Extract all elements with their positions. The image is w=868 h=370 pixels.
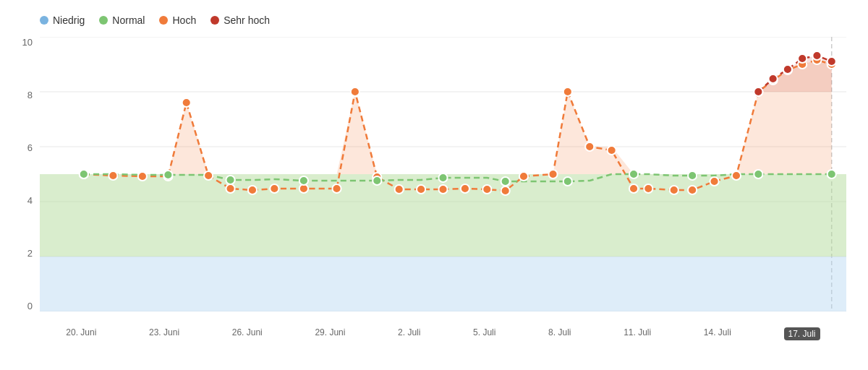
legend-dot-sehr-hoch [210,16,219,25]
svg-point-53 [754,170,762,178]
svg-point-11 [182,98,191,107]
svg-point-56 [769,74,778,83]
legend-label-sehr-hoch: Sehr hoch [224,14,270,26]
chart-wrapper: 10 8 6 4 2 0 [40,37,846,311]
svg-point-21 [417,185,425,194]
svg-point-43 [80,170,88,178]
legend-dot-niedrig [40,16,48,25]
svg-point-44 [163,171,172,179]
svg-point-26 [519,172,528,181]
y-label-8: 8 [7,90,33,100]
svg-point-29 [585,142,594,151]
niedrig-fill [40,257,846,311]
x-label-11jul: 11. Juli [624,327,651,340]
svg-point-15 [270,184,278,193]
y-label-0: 0 [7,301,33,311]
chart-svg [40,37,846,311]
svg-point-13 [226,184,234,193]
svg-point-49 [501,177,510,186]
y-label-2: 2 [7,248,33,259]
svg-point-32 [644,184,652,193]
svg-point-48 [438,173,447,182]
svg-point-27 [548,170,557,178]
legend-dot-hoch [159,16,168,25]
svg-point-28 [563,87,572,96]
legend-label-hoch: Hoch [172,14,196,26]
svg-point-9 [138,172,147,181]
x-axis: 20. Juni 23. Juni 26. Juni 29. Juni 2. J… [40,327,846,340]
x-label-17jul: 17. Juli [784,327,820,340]
x-label-29jun: 29. Juni [315,327,345,340]
svg-point-47 [373,176,381,185]
chart-container: Niedrig Normal Hoch Sehr hoch 10 8 6 4 2… [0,0,868,370]
legend-dot-normal [99,16,108,25]
legend-label-niedrig: Niedrig [53,14,85,26]
svg-point-35 [710,177,718,186]
svg-point-55 [754,87,762,96]
chart-legend: Niedrig Normal Hoch Sehr hoch [40,14,846,26]
y-label-10: 10 [7,37,33,48]
y-label-6: 6 [7,142,33,153]
svg-point-52 [688,171,697,180]
x-label-26jun: 26. Juni [232,327,263,340]
svg-point-57 [783,65,792,74]
legend-item-hoch: Hoch [159,14,196,26]
svg-point-8 [109,171,117,180]
svg-point-17 [332,184,341,193]
svg-point-12 [204,171,213,180]
y-label-4: 4 [7,195,33,206]
svg-point-36 [732,171,741,180]
x-label-5jul: 5. Juli [473,327,495,340]
x-label-20jun: 20. Juni [66,327,96,340]
legend-label-normal: Normal [112,14,145,26]
x-label-23jun: 23. Juni [149,327,179,340]
svg-point-24 [482,185,491,194]
svg-point-45 [226,176,234,184]
svg-point-30 [608,146,616,155]
svg-point-14 [248,186,257,194]
svg-point-25 [501,186,510,195]
x-label-2jul: 2. Juli [398,327,420,340]
svg-point-31 [629,184,638,193]
legend-item-sehr-hoch: Sehr hoch [210,14,270,26]
svg-point-34 [688,186,697,194]
y-axis: 10 8 6 4 2 0 [7,37,33,311]
svg-point-23 [461,184,469,193]
svg-point-60 [827,57,836,66]
svg-point-20 [395,185,404,194]
svg-point-50 [563,177,572,186]
svg-point-33 [670,186,678,194]
svg-point-46 [299,176,308,185]
svg-point-18 [351,87,359,96]
hoch-fill-area [84,60,832,174]
legend-item-normal: Normal [99,14,145,26]
svg-point-54 [827,170,836,178]
svg-point-51 [629,170,638,178]
svg-point-22 [438,185,447,194]
x-label-8jul: 8. Juli [548,327,571,340]
svg-point-59 [812,51,821,60]
x-label-14jul: 14. Juli [704,327,731,340]
svg-point-58 [798,54,807,63]
legend-item-niedrig: Niedrig [40,14,85,26]
